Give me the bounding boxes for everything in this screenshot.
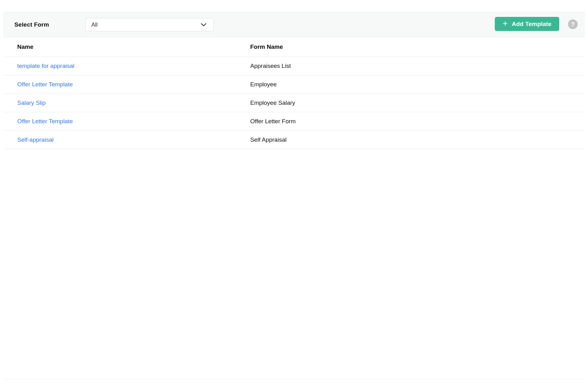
form-filter-select[interactable]: All: [85, 18, 214, 31]
form-name-cell: Employee Salary: [250, 99, 585, 106]
column-header-name: Name: [3, 43, 250, 50]
chevron-down-icon: [201, 23, 206, 27]
form-name-cell: Self Appraisal: [250, 136, 585, 143]
table-header-row: Name Form Name: [3, 37, 585, 57]
table-row: Offer Letter Template Employee: [3, 75, 585, 94]
add-template-button[interactable]: + Add Template: [495, 17, 559, 31]
bottom-divider: [3, 379, 585, 379]
form-filter-value: All: [91, 22, 98, 28]
template-link[interactable]: template for appraisal: [17, 63, 74, 69]
form-name-cell: Employee: [250, 81, 585, 88]
table-row: Salary Slip Employee Salary: [3, 94, 585, 112]
add-template-label: Add Template: [512, 21, 551, 28]
templates-table: Name Form Name template for appraisal Ap…: [3, 37, 585, 149]
template-link[interactable]: Self-appraisal: [17, 136, 53, 143]
help-icon[interactable]: ?: [568, 19, 578, 29]
template-link[interactable]: Offer Letter Template: [17, 118, 73, 124]
column-header-form-name: Form Name: [250, 43, 585, 50]
table-row: Self-appraisal Self Appraisal: [3, 131, 585, 149]
select-form-label: Select Form: [14, 21, 49, 28]
template-link[interactable]: Offer Letter Template: [17, 81, 73, 88]
table-row: template for appraisal Appraisees List: [3, 57, 585, 75]
template-link[interactable]: Salary Slip: [17, 99, 46, 106]
filter-toolbar: Select Form All + Add Template ?: [3, 12, 585, 37]
table-row: Offer Letter Template Offer Letter Form: [3, 112, 585, 131]
plus-icon: +: [503, 19, 508, 28]
form-name-cell: Offer Letter Form: [250, 118, 585, 125]
form-name-cell: Appraisees List: [250, 63, 585, 69]
